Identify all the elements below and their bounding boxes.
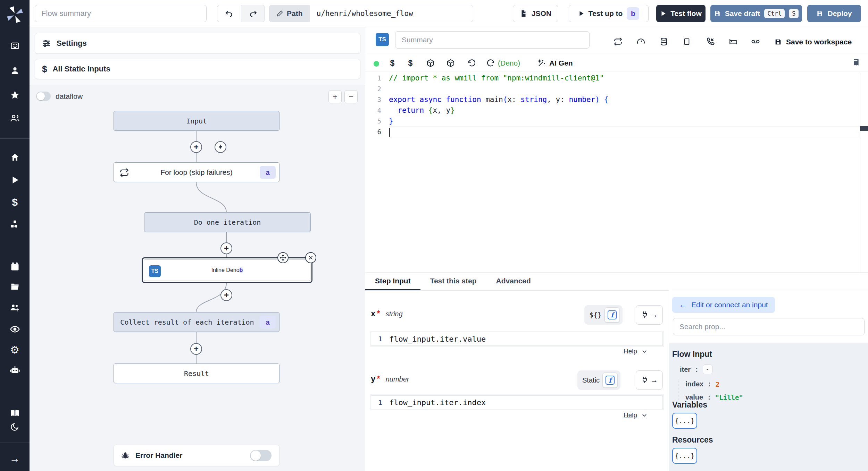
deploy-button[interactable]: Deploy — [807, 5, 861, 22]
tree-row-index[interactable]: index : 2 — [685, 380, 719, 388]
package-icon[interactable] — [424, 57, 437, 69]
users-icon[interactable] — [0, 113, 30, 123]
user-icon[interactable] — [0, 66, 30, 76]
search-prop-input[interactable] — [673, 318, 865, 335]
add-step-button[interactable]: + — [190, 141, 202, 153]
tab-advanced[interactable]: Advanced — [486, 273, 540, 290]
zoom-in-button[interactable]: + — [328, 90, 342, 103]
audit-eye-icon[interactable] — [0, 324, 30, 334]
flow-node-input[interactable]: Input — [114, 111, 279, 131]
code-line[interactable]: 6 — [365, 127, 860, 137]
help-link[interactable]: Help — [624, 348, 648, 355]
dollar-vars-icon[interactable]: $ — [403, 57, 417, 69]
undo-button[interactable] — [217, 5, 241, 22]
add-step-button[interactable]: + — [220, 242, 232, 254]
test-up-to-button[interactable]: Test up to b — [569, 5, 649, 22]
dollar-assets-icon[interactable]: $ — [385, 57, 399, 69]
docs-book-icon[interactable] — [0, 408, 30, 418]
dataflow-toggle[interactable] — [36, 92, 51, 101]
field-label-y: y* number — [371, 374, 409, 384]
ai-bot-icon[interactable] — [0, 365, 30, 375]
folders-icon[interactable] — [0, 282, 30, 291]
runtime-selector[interactable]: (Deno) — [487, 57, 520, 69]
dataflow-label: dataflow — [56, 92, 83, 101]
dark-mode-moon-icon[interactable] — [0, 422, 30, 431]
test-flow-button[interactable]: Test flow — [656, 5, 706, 22]
all-static-inputs-button[interactable]: $ All Static Inputs — [35, 59, 360, 79]
edit-or-connect-pill[interactable]: ← Edit or connect an input — [672, 297, 775, 313]
flow-node-for-loop[interactable]: For loop (skip failures) a — [114, 162, 279, 182]
template-mode-option[interactable]: ${} — [589, 311, 602, 319]
add-step-button[interactable]: + — [190, 343, 202, 355]
code-line[interactable]: 4 return {x, y} — [365, 105, 860, 116]
resources-blocks-icon[interactable] — [0, 219, 30, 230]
editor-overview-ruler[interactable] — [860, 73, 860, 272]
flow-node-inline-deno-selected[interactable]: TS Inline Deno b — [142, 257, 312, 283]
flow-node-result[interactable]: Result — [114, 363, 279, 383]
flow-summary-input[interactable] — [35, 5, 207, 22]
typescript-badge: TS — [149, 265, 161, 277]
collapse-button[interactable]: - — [703, 365, 712, 374]
flow-node-do-one-iteration[interactable]: Do one iteration — [144, 212, 311, 232]
expr-editor-x[interactable]: 1 flow_input.iter.value — [371, 332, 663, 346]
library-book-icon[interactable] — [849, 56, 862, 69]
zoom-out-button[interactable]: − — [344, 90, 358, 103]
star-icon[interactable] — [0, 90, 30, 100]
expr-editor-y[interactable]: 1 flow_input.iter.index — [371, 395, 663, 409]
expand-sidebar-arrow-icon[interactable]: → — [0, 453, 30, 464]
step-tabs: Step Input Test this step Advanced — [365, 273, 669, 291]
javascript-mode-option[interactable]: f — [602, 372, 618, 388]
index-value: 2 — [716, 380, 719, 388]
bug-icon — [121, 451, 130, 460]
delete-node-button[interactable] — [305, 252, 316, 263]
home-icon[interactable] — [0, 153, 30, 162]
move-node-button[interactable] — [277, 252, 289, 263]
ai-gen-button[interactable]: AI Gen — [537, 57, 573, 69]
tab-step-input[interactable]: Step Input — [365, 273, 420, 290]
error-handler-toggle[interactable] — [250, 450, 272, 461]
flow-node-collect-result[interactable]: Collect result of each iteration a — [114, 312, 279, 332]
reset-undo-icon[interactable] — [465, 57, 478, 69]
flow-settings-button[interactable]: Settings — [35, 33, 360, 54]
tree-row-iter[interactable]: iter : - — [680, 365, 712, 374]
save-draft-button[interactable]: Save draft Ctrl S — [710, 5, 802, 22]
workspace-building-icon[interactable] — [0, 41, 30, 51]
variables-object-button[interactable]: {...} — [672, 413, 697, 429]
javascript-mode-option[interactable]: f — [604, 307, 620, 323]
schedules-calendar-icon[interactable] — [0, 262, 30, 272]
sleep-bed-icon[interactable] — [727, 35, 740, 48]
add-trigger-bolt-button[interactable] — [215, 141, 226, 153]
package-icon[interactable] — [444, 57, 457, 69]
help-link[interactable]: Help — [624, 411, 648, 419]
settings-gear-icon[interactable]: ⚙ — [0, 345, 30, 355]
tab-test-this-step[interactable]: Test this step — [420, 273, 486, 290]
path-value[interactable]: u/henri/wholesome_flow — [310, 5, 473, 22]
connect-input-plug-button[interactable]: → — [636, 370, 663, 390]
static-mode-option[interactable]: Static — [582, 376, 600, 384]
repeat-retries-icon[interactable] — [612, 35, 624, 48]
path-field[interactable]: Path u/henri/wholesome_flow — [269, 5, 473, 22]
step-summary-input[interactable] — [395, 31, 590, 49]
resources-object-button[interactable]: {...} — [672, 448, 697, 464]
json-button[interactable]: JSON — [513, 5, 558, 22]
code-line[interactable]: 5} — [365, 116, 860, 127]
add-step-button[interactable]: + — [220, 289, 232, 301]
mock-voicemail-icon[interactable] — [749, 35, 762, 48]
gauge-early-stop-icon[interactable] — [635, 35, 647, 48]
code-line[interactable]: 2 — [365, 84, 860, 94]
pencil-icon — [276, 10, 283, 17]
code-line[interactable]: 3export async function main(x: string, y… — [365, 94, 860, 105]
step-id-badge: a — [260, 166, 276, 179]
connect-input-plug-button[interactable]: → — [636, 305, 663, 325]
phone-call-icon[interactable] — [704, 35, 717, 48]
windmill-logo-icon[interactable] — [0, 5, 30, 23]
code-editor[interactable]: 1// import * as wmill from "npm:windmill… — [365, 73, 860, 272]
runs-play-icon[interactable] — [0, 175, 30, 185]
database-cache-icon[interactable] — [658, 35, 670, 48]
variables-dollar-icon[interactable]: $ — [0, 196, 30, 208]
groups-gear-icon[interactable] — [0, 302, 30, 313]
save-to-workspace-button[interactable]: Save to workspace — [774, 35, 852, 49]
code-line[interactable]: 1// import * as wmill from "npm:windmill… — [365, 73, 860, 84]
suspend-square-icon[interactable] — [681, 35, 693, 48]
redo-button[interactable] — [241, 5, 265, 22]
